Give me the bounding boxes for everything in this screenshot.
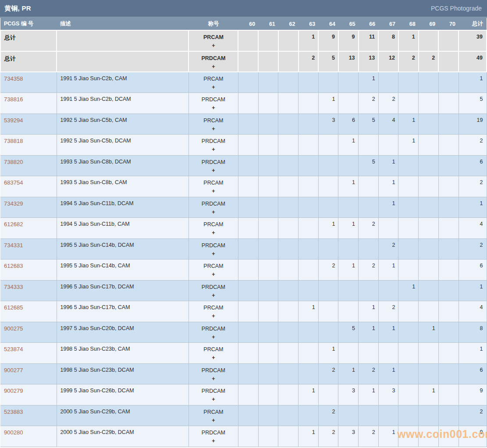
grade-62-cell <box>278 301 299 322</box>
designation-plus: + <box>189 312 238 320</box>
summary-row: 总计PRCAM+199118139 <box>0 30 487 51</box>
designation-plus: + <box>189 187 238 196</box>
designation-label: PRCAM <box>189 262 238 270</box>
table-row: 9002791999 5 Jiao Sun-C26b, DCAMPRDCAM+1… <box>0 384 487 405</box>
grade-69-cell <box>419 197 439 218</box>
grade-61-cell <box>258 301 278 322</box>
pcgs-number-link[interactable]: 738818 <box>4 138 23 144</box>
designation-plus: + <box>189 167 238 175</box>
col-header-grade-70: 70 <box>438 18 459 30</box>
pcgs-number-link[interactable]: 683754 <box>4 179 23 186</box>
pcgs-number-link[interactable]: 900279 <box>4 388 23 394</box>
grade-66-cell: 5 <box>359 114 379 135</box>
row-total-value: 9 <box>459 384 487 405</box>
pcgs-number-cell: 612683 <box>0 260 57 281</box>
grade-67-cell: 1 <box>378 363 398 384</box>
table-row: 7388181992 5 Jiao Sun-C5b, DCAMPRDCAM+11… <box>0 135 487 156</box>
table-row: 5392941992 5 Jiao Sun-C5b, CAMPRCAM+3654… <box>0 114 487 135</box>
pcgs-number-cell: 523883 <box>0 405 57 426</box>
grade-69-cell <box>419 301 439 322</box>
pcgs-number-link[interactable]: 612685 <box>4 304 23 311</box>
pcgs-number-link[interactable]: 738816 <box>4 96 23 103</box>
grade-67-cell: 1 <box>378 155 398 176</box>
grade-64-cell: 2 <box>318 260 338 281</box>
designation-cell: PRCAM+ <box>188 301 238 322</box>
grade-60-cell <box>238 280 258 301</box>
grade-67-cell: 2 <box>378 301 398 322</box>
designation-plus: + <box>189 375 238 383</box>
grade-69-cell <box>419 218 439 239</box>
grade-65-cell <box>338 405 359 426</box>
description-cell: 1995 5 Jiao Sun-C14b, DCAM <box>57 238 188 260</box>
designation-label: PRDCAM <box>189 387 238 395</box>
col-header-grade-69: 69 <box>419 18 439 30</box>
description-cell: 1994 5 Jiao Sun-C11b, DCAM <box>57 197 188 218</box>
photograde-link[interactable]: PCGS Photograde <box>431 5 482 12</box>
grade-60-cell <box>238 72 258 93</box>
pcgs-number-link[interactable]: 612682 <box>4 221 23 228</box>
grade-70-cell <box>438 114 459 135</box>
grade-67-cell: 1 <box>378 176 398 197</box>
row-total-value: 6 <box>459 363 487 384</box>
col-header-pcgs-number: PCGS 编 号 <box>0 18 57 30</box>
grade-63-cell <box>299 238 319 260</box>
grade-66-cell: 2 <box>359 426 379 447</box>
grade-66-cell: 11 <box>359 30 379 51</box>
grade-65-cell: 1 <box>338 218 359 239</box>
row-total-value: 2 <box>459 405 487 426</box>
col-header-grade-62: 62 <box>278 18 299 30</box>
grade-63-cell: 1 <box>299 301 319 322</box>
row-total-value: 6 <box>459 155 487 176</box>
grade-66-cell <box>359 135 379 156</box>
grade-60-cell <box>238 260 258 281</box>
grade-63-cell <box>299 343 319 364</box>
designation-cell: PRDCAM+ <box>188 93 238 114</box>
grade-70-cell <box>438 384 459 405</box>
designation-label: PRDCAM <box>189 96 238 104</box>
grade-65-cell: 13 <box>338 51 359 72</box>
grade-61-cell <box>258 322 278 343</box>
grade-68-cell <box>398 238 419 260</box>
grade-64-cell: 3 <box>318 114 338 135</box>
designation-label: PRDCAM <box>189 429 238 437</box>
designation-cell: PRCAM+ <box>188 260 238 281</box>
grade-63-cell <box>299 197 319 218</box>
table-row: 9002771998 5 Jiao Sun-C23b, DCAMPRDCAM+2… <box>0 363 487 384</box>
grade-67-cell: 8 <box>378 30 398 51</box>
grade-61-cell <box>258 238 278 260</box>
designation-plus: + <box>189 208 238 217</box>
pcgs-number-link[interactable]: 900275 <box>4 325 23 332</box>
grade-64-cell: 2 <box>318 405 338 426</box>
pcgs-number-link[interactable]: 734329 <box>4 200 23 207</box>
description-cell: 1995 5 Jiao Sun-C14b, CAM <box>57 260 188 281</box>
row-total-value: 19 <box>459 114 487 135</box>
pcgs-number-link[interactable]: 523874 <box>4 346 23 352</box>
pcgs-number-link[interactable]: 900280 <box>4 429 23 436</box>
description-cell: 1998 5 Jiao Sun-C23b, DCAM <box>57 363 188 384</box>
grade-70-cell <box>438 72 459 93</box>
row-total-value: 1 <box>459 280 487 301</box>
grade-61-cell <box>258 155 278 176</box>
table-row: 5238832000 5 Jiao Sun-C29b, CAMPRCAM+22 <box>0 405 487 426</box>
grade-63-cell <box>299 155 319 176</box>
grade-64-cell <box>318 176 338 197</box>
pcgs-number-link[interactable]: 900277 <box>4 367 23 373</box>
grade-67-cell <box>378 405 398 426</box>
pcgs-number-link[interactable]: 734333 <box>4 284 23 290</box>
grade-70-cell <box>438 155 459 176</box>
pcgs-number-link[interactable]: 734358 <box>4 75 23 82</box>
pcgs-number-link[interactable]: 734331 <box>4 242 23 249</box>
pcgs-number-link[interactable]: 523883 <box>4 409 23 415</box>
grade-64-cell <box>318 197 338 218</box>
table-row: 5238741998 5 Jiao Sun-C23b, CAMPRCAM+11 <box>0 343 487 364</box>
grade-68-cell <box>398 72 419 93</box>
designation-label: PRCAM <box>189 75 238 83</box>
col-header-grade-66: 66 <box>359 18 379 30</box>
grade-67-cell <box>378 343 398 364</box>
pcgs-number-link[interactable]: 539294 <box>4 117 23 124</box>
col-header-description: 描述 <box>57 18 188 30</box>
description-cell <box>57 51 188 72</box>
pcgs-number-link[interactable]: 738820 <box>4 159 23 165</box>
grade-65-cell: 5 <box>338 322 359 343</box>
pcgs-number-link[interactable]: 612683 <box>4 263 23 269</box>
